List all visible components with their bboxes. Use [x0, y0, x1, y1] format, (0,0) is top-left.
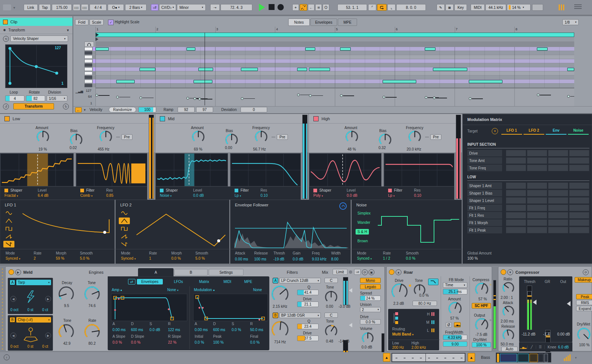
midi-note[interactable] [469, 80, 502, 83]
matrix-cell[interactable] [569, 205, 589, 211]
subtab-midi[interactable]: MIDI [223, 280, 231, 284]
division-selector[interactable]: 1/16▾ [47, 95, 67, 101]
scale-fold-button[interactable]: Scale [90, 19, 104, 25]
mix2-tone-value[interactable]: 0.48 [326, 339, 333, 343]
transform-apply-button[interactable]: Transform [13, 103, 54, 109]
band-pre-button[interactable]: Pre [430, 134, 441, 140]
mod-stage-value[interactable]: 0.0 % [250, 340, 260, 344]
lfo-wave-square-icon[interactable] [119, 225, 130, 232]
midi-note[interactable] [305, 47, 315, 51]
amp-slope-value[interactable]: 0.0 % [131, 340, 141, 344]
midi-note[interactable] [186, 47, 196, 51]
filter-a-drive-field[interactable]: 21.1 [297, 301, 319, 307]
midi-note[interactable] [537, 47, 547, 51]
fb-invert-button[interactable]: Ø [446, 322, 452, 327]
roar-low-value[interactable]: 200 Hz [392, 346, 404, 350]
menu-icon[interactable] [574, 4, 582, 10]
engine-a-oct[interactable]: 0 oct [10, 308, 18, 312]
roar-drive-knob[interactable] [391, 283, 408, 300]
lfo-wave-sine-icon[interactable] [119, 210, 130, 216]
matrix-cell[interactable] [506, 165, 526, 171]
roar-amount-knob[interactable] [448, 301, 462, 316]
fw-freq-field[interactable]: 4.33 kHz [443, 335, 467, 340]
midi-note[interactable] [309, 68, 330, 71]
metronome-tick-icon[interactable]: |||| [81, 4, 88, 11]
compressor-hot-swap-icon[interactable]: ⟳ [583, 269, 589, 275]
matrix-cell[interactable] [527, 190, 547, 196]
matrix-cell[interactable] [527, 197, 547, 204]
midi-note[interactable] [194, 80, 212, 83]
mod-adsr-value[interactable]: 0.00 ms [195, 328, 208, 332]
loop-start-marker-icon[interactable] [96, 33, 99, 37]
shaper-type-selector[interactable]: Noise ▾ [160, 193, 172, 198]
matrix-cell[interactable] [548, 197, 568, 204]
matrix-cell[interactable] [548, 212, 568, 219]
tab-envelopes[interactable]: Envelopes [310, 18, 337, 26]
voice-drive-field[interactable]: 0.0 % [360, 319, 381, 324]
fb-character-button[interactable]: ▁▄▂ [454, 322, 461, 327]
roar-tone-filter-button[interactable] [428, 279, 438, 285]
meld-hot-swap-icon[interactable]: ⟳ [362, 269, 368, 275]
subtab-mpe[interactable]: MPE [244, 280, 252, 284]
compressor-power-button[interactable] [501, 269, 506, 275]
shaper-level-value[interactable]: 0.0 dB [347, 193, 357, 198]
engine-b-selector[interactable]: Chip (♭#)▾ [16, 317, 51, 323]
out-value[interactable]: 0.00 dB [557, 332, 570, 336]
lfo2-smooth-value[interactable]: 5.0 % [195, 256, 205, 260]
matrix-cell[interactable] [506, 182, 526, 189]
envf-param-value[interactable]: -19 dB [273, 257, 284, 261]
band-frequency-value[interactable]: 20.0 kHz [407, 147, 421, 151]
scale-name-selector[interactable]: Minor▾ [177, 4, 206, 11]
ramp-start-field[interactable]: 92 [178, 107, 195, 112]
collapse-arrow-icon[interactable]: ▼ [66, 28, 70, 32]
amp-slope-value[interactable]: 22 % [168, 340, 176, 344]
compressor-fold-button[interactable]: ▼ [507, 269, 513, 275]
output-meter-icon[interactable] [564, 354, 573, 361]
band-frequency-value[interactable]: 56.7 Hz [253, 147, 266, 151]
release-knob[interactable] [502, 329, 515, 341]
matrix-target-noise[interactable]: Noise [568, 128, 589, 135]
band-frequency-value[interactable]: 455 Hz [98, 147, 110, 151]
attack-value[interactable]: 2.00 ms [501, 319, 514, 323]
band-frequency-knob[interactable] [255, 130, 268, 144]
piano-key[interactable] [84, 67, 92, 71]
matrix-cell[interactable] [506, 227, 526, 233]
time-signature-field[interactable]: 4 / 4 [90, 4, 107, 11]
filter-b-freq-value[interactable]: 714 Hz [274, 340, 286, 344]
band-bias-knob[interactable] [225, 133, 238, 146]
expand-button[interactable]: Expand [576, 306, 592, 311]
loop-bar[interactable] [95, 33, 574, 37]
engine-a-ct[interactable]: 0 ct [42, 308, 48, 312]
lfo-wave-sine-icon[interactable] [3, 210, 14, 216]
filter-a-q-field[interactable]: 41.4 [297, 290, 319, 295]
activity-view-icon[interactable]: ▁▄▂ [519, 346, 528, 349]
tab-mpe[interactable]: MPE [338, 18, 357, 26]
matrix-cell[interactable] [569, 219, 589, 226]
rotate-field[interactable]: 82 [26, 95, 45, 101]
legato-button[interactable]: Legato [360, 284, 381, 289]
piano-key[interactable] [84, 59, 92, 63]
clip-overview-toggle[interactable]: ▲ [383, 353, 390, 362]
matrix-cell[interactable] [527, 227, 547, 233]
volume-value[interactable]: 0.0 dB [361, 345, 372, 349]
preview-headphone-button[interactable] [84, 41, 94, 47]
auto-release-button[interactable]: Auto [501, 347, 518, 351]
capture-circle-button[interactable]: O [323, 4, 329, 11]
piano-key[interactable] [84, 80, 92, 83]
piano-key[interactable] [84, 51, 92, 55]
velocity-marker[interactable] [297, 94, 300, 96]
lfo-wave-ramp-down-icon[interactable] [3, 241, 14, 247]
shaper-enable-checkbox[interactable] [4, 189, 8, 192]
roar-tone-value[interactable]: 0.0 % [419, 293, 429, 297]
bar-ruler[interactable]: 1 2 3 4 5 6 7 8 [95, 27, 574, 33]
piano-keys[interactable] [84, 47, 95, 88]
meld-tab-b[interactable]: B [174, 269, 208, 276]
filter-a-type-selector[interactable]: LP Crunch 12dB▾ [279, 278, 321, 283]
thresh-handle[interactable] [533, 300, 536, 305]
release-value[interactable]: 50.0 ms [501, 342, 514, 346]
attack-knob[interactable] [502, 305, 515, 318]
envf-param-value[interactable]: 0.00 ms [235, 257, 248, 261]
mod-adsr-value[interactable]: 600 ms [213, 328, 225, 332]
engine-b-st[interactable]: 0 st [27, 344, 33, 348]
piano-key[interactable] [84, 84, 92, 87]
